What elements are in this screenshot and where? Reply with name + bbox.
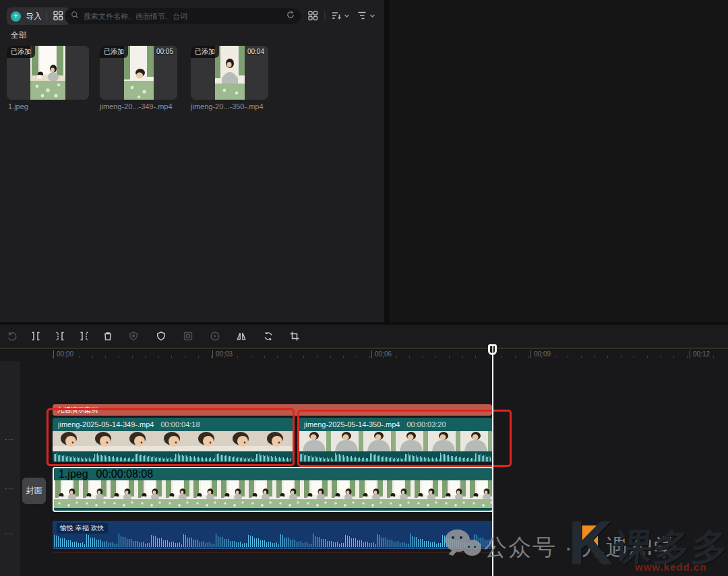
track-options-icon[interactable]: ··· <box>5 484 14 492</box>
delete-icon[interactable] <box>102 330 114 342</box>
wechat-icon <box>445 530 484 563</box>
mask-icon[interactable] <box>155 330 167 342</box>
media-item-name: 1.jpeg <box>8 102 90 110</box>
collapsed-track-line <box>53 552 493 553</box>
play-circle-icon[interactable] <box>209 330 221 342</box>
panel-divider[interactable] <box>384 0 390 322</box>
divider: | <box>324 9 326 20</box>
media-item-name: jimeng-20...-349-.mp4 <box>100 102 177 110</box>
track-options-icon[interactable]: ··· <box>5 435 14 443</box>
video-editor-app: + 导入 搜索文件名称、画面情节、台词 <box>0 0 728 576</box>
trim-right-icon[interactable] <box>78 330 90 342</box>
media-item-video-350[interactable]: 已添加 00:04 <box>191 46 268 100</box>
import-label: 导入 <box>26 11 42 22</box>
added-badge: 已添加 <box>100 46 128 58</box>
filter-all-label[interactable]: 全部 <box>11 30 27 41</box>
media-item-image[interactable]: 已添加 <box>7 46 89 100</box>
ruler-label: 00:00 <box>53 350 73 358</box>
duration-label: 00:04 <box>247 48 264 55</box>
freeze-frame-icon[interactable] <box>127 330 140 342</box>
sort-icon[interactable] <box>330 9 350 22</box>
clip-filmstrip <box>54 480 492 508</box>
undo-icon[interactable] <box>6 330 18 342</box>
plus-icon: + <box>11 11 21 22</box>
track-header-column: ··· ··· ··· <box>0 361 20 576</box>
timeline-toolbar <box>0 325 728 348</box>
timeline-ruler[interactable]: 00:00 00:03 00:06 00:09 00:12 <box>0 348 728 361</box>
media-library-panel: + 导入 搜索文件名称、画面情节、台词 <box>0 0 384 322</box>
import-button[interactable]: + 导入 <box>7 7 69 25</box>
brand-letter: K <box>568 512 613 574</box>
brand-watermark-url: www.kedd.cn <box>635 561 706 573</box>
duration-label: 00:05 <box>156 48 173 55</box>
added-badge: 已添加 <box>7 46 35 58</box>
filter-icon[interactable] <box>356 9 375 22</box>
annotation-box-clip1 <box>47 408 295 466</box>
split-icon[interactable] <box>30 330 42 342</box>
ruler-label: 00:12 <box>690 350 710 358</box>
search-icon <box>70 10 80 22</box>
overlay-icon[interactable] <box>182 330 194 342</box>
search-input[interactable]: 搜索文件名称、画面情节、台词 <box>65 8 301 24</box>
clip-duration: 00:00:08:08 <box>96 468 154 480</box>
history-icon[interactable] <box>286 10 295 22</box>
media-item-video-349[interactable]: 已添加 00:05 <box>100 46 177 100</box>
audio-clip[interactable]: 愉悦 幸福 欢快 <box>53 521 493 549</box>
playhead-handle[interactable] <box>488 344 497 355</box>
track-options-icon[interactable]: ··· <box>5 530 14 538</box>
material-grid-icon[interactable] <box>52 9 64 24</box>
crop-icon[interactable] <box>289 330 301 342</box>
trim-left-icon[interactable] <box>54 330 66 342</box>
rotate-icon[interactable] <box>262 330 274 342</box>
clip-header: 1.jpeg 00:00:08:08 <box>54 468 492 480</box>
search-placeholder: 搜索文件名称、画面情节、台词 <box>84 11 282 22</box>
annotation-box-clip2 <box>297 410 512 467</box>
preview-panel: 九遇演示案例 @ jimeng 00:00:08:08/00:00:08:08 <box>390 0 728 322</box>
ruler-label: 00:03 <box>212 350 233 358</box>
clip-name: 1.jpeg <box>59 468 88 480</box>
image-clip-1jpeg[interactable]: 1.jpeg 00:00:08:08 <box>53 467 493 512</box>
audio-waveform <box>54 532 491 547</box>
ruler-label: 00:06 <box>371 350 392 358</box>
added-badge: 已添加 <box>191 46 219 58</box>
divider <box>47 11 47 21</box>
ruler-label: 00:09 <box>530 350 551 358</box>
mirror-icon[interactable] <box>235 330 247 342</box>
grid-view-icon[interactable] <box>307 9 319 22</box>
media-item-name: jimeng-20...-350-.mp4 <box>191 102 268 110</box>
cover-button[interactable]: 封面 <box>22 478 46 504</box>
